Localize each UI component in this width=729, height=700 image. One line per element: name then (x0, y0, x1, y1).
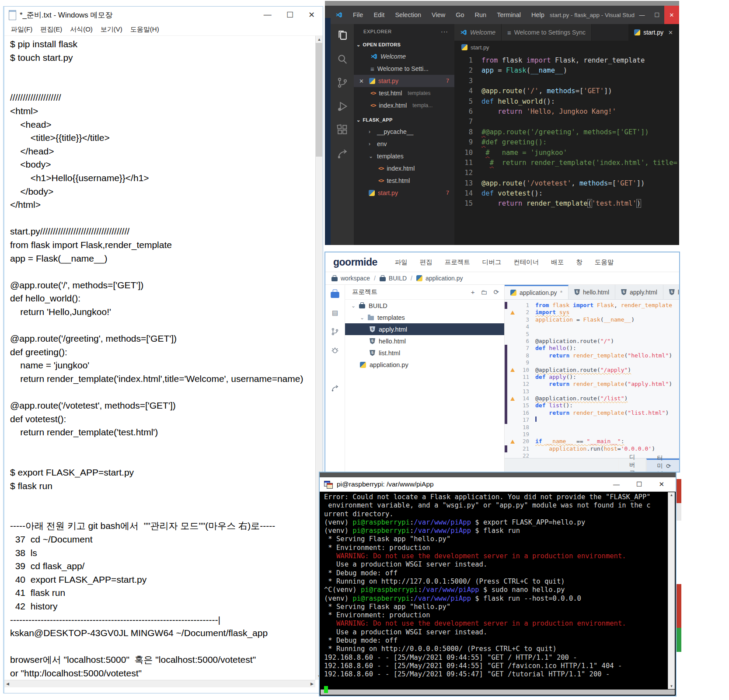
notepad-menu-item[interactable]: 편집(E) (36, 25, 66, 34)
goorm-menu-item[interactable]: 디버그 (476, 258, 508, 266)
terminal-output[interactable]: Error: Could not locate a Flask applicat… (321, 492, 667, 689)
notepad-scroll-thumb[interactable] (316, 43, 322, 157)
sidebar-item-env[interactable]: ›env (354, 138, 454, 150)
tree-item-build[interactable]: ⌄BUILD (345, 300, 504, 312)
goorm-menu-item[interactable]: 파일 (389, 258, 414, 266)
minimize-button[interactable]: — (264, 10, 272, 20)
close-icon[interactable]: ✕ (668, 29, 673, 36)
tab-welcome[interactable]: Welcome (454, 24, 502, 41)
scroll-up-icon[interactable]: ▲ (317, 37, 321, 42)
tab-application-py[interactable]: application.py* (505, 285, 569, 299)
source-control-icon[interactable] (336, 77, 349, 89)
maximize-button[interactable]: ☐ (649, 6, 664, 24)
run-debug-icon[interactable] (336, 100, 349, 112)
tree-item-apply-html[interactable]: 5apply.html (345, 323, 504, 335)
refresh-icon[interactable]: ⟳ (493, 288, 499, 296)
file-label: index.html (387, 165, 415, 172)
vscode-menu-item[interactable]: Help (527, 11, 549, 18)
sidebar-item-welcome-to-setti-[interactable]: ≡Welcome to Setti... (354, 63, 454, 75)
tab-welcome-to-settings-sync[interactable]: ≡Welcome to Settings Sync (502, 24, 592, 41)
vscode-menu-item[interactable]: Edit (369, 11, 389, 18)
tab-apply-html[interactable]: 5apply.html (615, 285, 663, 299)
breadcrumb[interactable]: start.py (454, 41, 679, 54)
editor-icon[interactable]: ▤ (330, 308, 340, 318)
add-icon[interactable]: + (471, 288, 475, 296)
remote-icon[interactable] (336, 147, 349, 160)
goorm-menu-item[interactable]: 도움말 (589, 258, 620, 266)
sidebar-item-test-html[interactable]: <>test.htmltemplates (354, 87, 454, 99)
maximize-button[interactable]: ☐ (636, 480, 642, 488)
close-icon[interactable]: ✕ (359, 78, 366, 84)
source-control-icon[interactable] (330, 327, 340, 336)
maximize-button[interactable]: ☐ (286, 10, 293, 20)
putty-scrollbar[interactable]: ▲▼ (668, 492, 675, 689)
scroll-left-icon[interactable]: ◀ (6, 682, 9, 686)
debug-icon[interactable] (330, 346, 340, 355)
search-icon[interactable] (336, 53, 349, 65)
scroll-right-icon[interactable]: ▶ (310, 682, 314, 686)
sidebar-item-start-py[interactable]: ✕start.py7 (354, 75, 454, 87)
project-section[interactable]: ⌄FLASK_APP (354, 114, 454, 126)
workspace-icon[interactable] (330, 289, 340, 299)
notepad-menu-item[interactable]: 파일(F) (7, 25, 36, 34)
vscode-menu-item[interactable]: Go (451, 11, 468, 18)
close-button[interactable]: ✕ (308, 10, 315, 20)
close-button[interactable]: ✕ (659, 480, 664, 488)
notepad-horizontal-scrollbar[interactable]: ◀▶ (4, 680, 315, 687)
vscode-menu-item[interactable]: View (427, 11, 450, 18)
notepad-text[interactable]: $ pip install flask$ touch start.py ////… (4, 38, 314, 679)
add-folder-icon[interactable]: 🗀 (481, 288, 487, 296)
notepad-titlebar[interactable]: *_준비.txt - Windows 메모장 — ☐ ✕ (4, 7, 323, 23)
scroll-down-icon[interactable]: ▼ (670, 684, 673, 688)
goorm-menu-item[interactable]: 프로젝트 (439, 258, 476, 266)
scroll-up-icon[interactable]: ▲ (670, 493, 673, 497)
minimize-button[interactable]: — (613, 480, 620, 488)
breadcrumb-item[interactable]: workspace (341, 275, 370, 282)
goorm-menu-item[interactable]: 컨테이너 (507, 258, 545, 266)
breadcrumb-item[interactable]: BUILD (389, 275, 407, 282)
sidebar-item-start-py[interactable]: start.py7 (354, 187, 454, 199)
extensions-icon[interactable] (336, 124, 349, 136)
goorm-code-area[interactable]: 1from flask import Flask, render_templat… (505, 300, 679, 458)
close-button[interactable]: ✕ (664, 6, 679, 24)
notepad-menu-item[interactable]: 도움말(H) (126, 25, 163, 34)
vscode-window: FileEditSelectionViewGoRunTerminalHelp s… (325, 6, 679, 245)
notepad-menu-item[interactable]: 서식(O) (66, 25, 97, 34)
tree-item-application-py[interactable]: application.py (345, 359, 504, 371)
vscode-code-area[interactable]: 1from flask import Flask, render_templat… (454, 54, 679, 245)
putty-titlebar[interactable]: pi@raspberrypi: /var/www/piApp — ☐ ✕ (320, 477, 676, 492)
vscode-menu-item[interactable]: Terminal (492, 11, 525, 18)
sidebar-item-test-html[interactable]: <>test.html (354, 175, 454, 187)
sidebar-item-welcome[interactable]: Welcome (354, 50, 454, 63)
code-icon[interactable] (330, 364, 340, 374)
tree-item-hello-html[interactable]: 5hello.html (345, 335, 504, 347)
bottom-tab-터미널[interactable]: 터미널⟳ (646, 458, 680, 472)
file-label: Welcome to Setti... (377, 65, 429, 72)
vscode-menu-item[interactable]: Selection (391, 11, 426, 18)
refresh-icon[interactable]: ⟳ (666, 462, 671, 469)
breadcrumb-item[interactable]: application.py (426, 275, 463, 282)
more-actions-icon[interactable]: ··· (441, 28, 448, 35)
notepad-menu-item[interactable]: 보기(V) (97, 25, 126, 34)
notepad-content[interactable]: $ pip install flask$ touch start.py ////… (4, 36, 323, 687)
sidebar-item-index-html[interactable]: <>index.html (354, 162, 454, 175)
minimize-button[interactable]: — (635, 6, 649, 24)
tree-item-templates[interactable]: ⌄templates (345, 312, 504, 323)
open-editors-section[interactable]: ⌄OPEN EDITORS (354, 39, 454, 50)
sidebar-item-index-html[interactable]: <>index.htmltempla... (354, 99, 454, 112)
files-icon[interactable] (336, 29, 349, 42)
share-icon[interactable] (330, 383, 340, 393)
tab-start-py[interactable]: start.py✕ (628, 24, 679, 41)
tab-li[interactable]: 5li (663, 285, 680, 299)
goorm-menu-item[interactable]: 편집 (414, 258, 439, 266)
goorm-menu-item[interactable]: 배포 (545, 258, 570, 266)
vscode-menu-item[interactable]: Run (471, 11, 491, 18)
tab-hello-html[interactable]: 5hello.html (569, 285, 615, 299)
vscode-menu-item[interactable]: File (349, 11, 367, 18)
bottom-tab-디버그[interactable]: 디버그 (618, 458, 646, 472)
goorm-menu-item[interactable]: 창 (570, 258, 589, 266)
vscode-titlebar[interactable]: FileEditSelectionViewGoRunTerminalHelp s… (325, 6, 679, 24)
sidebar-item-templates[interactable]: ⌄templates (354, 150, 454, 162)
sidebar-item--pycache-[interactable]: ›__pycache__ (354, 126, 454, 138)
tree-item-list-html[interactable]: 5list.html (345, 347, 504, 359)
